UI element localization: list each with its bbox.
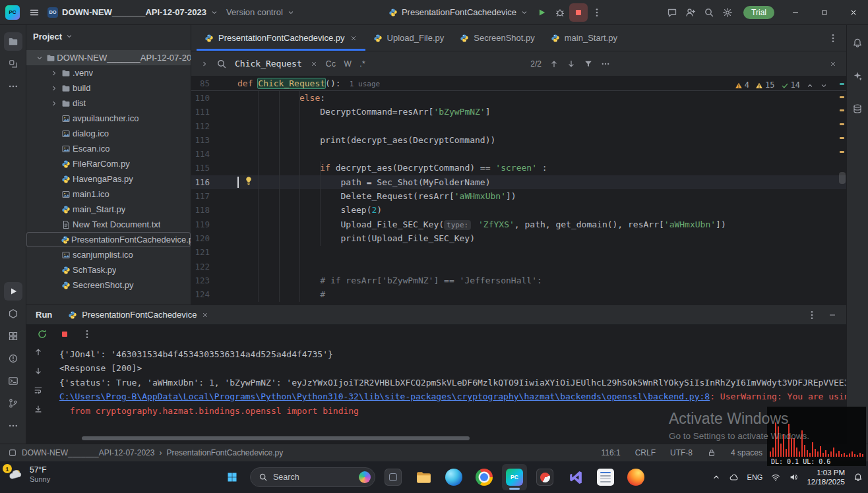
next-problem-icon[interactable] [820,82,828,90]
words-toggle[interactable]: W [344,59,352,69]
close-tab-icon[interactable] [201,311,209,319]
clear-search-icon[interactable] [310,60,318,68]
tree-item[interactable]: main1.ico [26,187,191,202]
line-number[interactable]: 112 [191,119,237,133]
clock[interactable]: 1:03 PM 12/18/2025 [807,468,845,486]
taskbar-app-media[interactable] [532,464,557,490]
notifications-icon[interactable] [853,473,863,482]
onedrive-icon[interactable] [729,473,739,482]
stop-button[interactable] [569,3,588,22]
line-number[interactable]: 122 [191,260,237,274]
share-button[interactable] [681,3,700,22]
code-with-me-button[interactable] [663,3,681,22]
editor-tab[interactable]: PresentationFontCachedevice.py [197,25,365,51]
line-number[interactable]: 110 [191,91,237,105]
close-tab-icon[interactable] [350,34,357,42]
regex-toggle[interactable]: .* [359,59,365,69]
toolwindow-db-button[interactable] [848,100,867,118]
taskbar-search[interactable]: Search [250,467,375,487]
line-number[interactable]: 117 [191,189,237,203]
start-button[interactable] [220,464,245,490]
editor-tab[interactable]: main_Start.py [543,25,625,51]
run-tab[interactable]: PresentationFontCachedevice [68,310,209,320]
toolwindow-problems-button[interactable] [4,349,22,368]
next-match-icon[interactable] [567,59,576,69]
line-number[interactable]: 118 [191,203,237,217]
tree-item[interactable]: PresentationFontCachedevice.py [26,232,191,247]
weak-warnings-count[interactable]: 4 [735,78,749,92]
inspections-widget[interactable]: 4 15 14 [735,78,828,92]
toolwindow-play-button[interactable] [4,282,22,301]
taskbar-app-pycharm[interactable]: PC [502,464,527,490]
console-arrow-down-button[interactable] [34,366,43,378]
chevron-down-icon[interactable] [34,54,45,62]
tree-item[interactable]: Escan.ico [26,141,191,156]
more-icon[interactable] [82,329,92,339]
run-config-button[interactable]: PresentationFontCachedevice [385,3,532,22]
tree-item[interactable]: dist [26,96,191,111]
chevron-right-icon[interactable] [201,60,208,68]
taskbar-app-notepad[interactable] [593,464,618,490]
toolwindow-folder-button[interactable] [4,32,22,51]
line-number[interactable]: 85 [191,76,237,90]
settings-button[interactable] [718,3,737,22]
tree-item[interactable]: build [26,80,191,96]
project-selector-button[interactable]: DO DOWN-NEW_______API-12-07-2023 [44,3,222,22]
toolwindow-terminal-button[interactable] [4,372,22,390]
debug-button[interactable] [551,3,569,22]
hide-panel-icon[interactable] [828,310,837,320]
taskbar-app-dark-app[interactable] [381,464,406,490]
chevron-right-icon[interactable] [48,100,59,107]
volume-icon[interactable] [789,473,798,482]
maximize-button[interactable] [810,0,839,25]
tree-item[interactable]: HavengaPas.py [26,171,191,187]
line-number[interactable]: 114 [191,147,237,161]
breadcrumb-file[interactable]: PresentationFontCachedevice.py [166,448,283,457]
console-output[interactable]: {'JOn4l': '463031534b4f4534303536314a4d5… [50,343,846,444]
tree-item[interactable]: avpuilauncher.ico [26,111,191,126]
lock-icon[interactable] [707,448,716,457]
line-number[interactable]: 124 [191,287,237,301]
toolwindow-bell-button[interactable] [848,34,867,52]
tree-item[interactable]: main_Start.py [26,202,191,217]
match-case-toggle[interactable]: Cc [326,59,336,69]
close-button[interactable] [839,0,868,25]
tray-overflow-icon[interactable] [712,473,721,482]
taskbar-app-firefox[interactable] [623,464,648,490]
toolwindow-hexagon-button[interactable] [4,304,22,323]
wifi-icon[interactable] [771,473,780,482]
horizontal-scrollbar[interactable] [82,436,470,440]
tabs-more-button[interactable] [828,25,846,51]
line-separator[interactable]: CRLF [635,448,656,457]
intention-bulb-icon[interactable] [243,175,254,186]
editor-tab[interactable]: Upload_File.py [365,25,452,51]
taskbar-app-edge[interactable] [441,464,466,490]
editor-tab[interactable]: SecreenShot.py [452,25,543,51]
console-scrollend-button[interactable] [34,405,43,416]
line-number[interactable]: 115 [191,161,237,175]
toolwindow-branch-button[interactable] [4,394,22,413]
file-encoding[interactable]: UTF-8 [670,448,693,457]
search-input[interactable]: Chick_Request [235,59,302,69]
tree-item[interactable]: SecreenShot.py [26,277,191,293]
line-number[interactable]: 121 [191,245,237,259]
chevron-down-icon[interactable] [65,32,73,40]
rerun-icon[interactable] [37,329,47,339]
line-number[interactable]: 116 [191,175,237,189]
language-indicator[interactable]: ENG [747,473,763,481]
main-menu-button[interactable] [25,3,44,22]
search-everywhere-button[interactable] [700,3,718,22]
vcs-button[interactable]: Version control [222,3,299,22]
previous-match-icon[interactable] [549,59,559,69]
tree-item[interactable]: New Text Document.txt [26,217,191,232]
run-button[interactable] [532,3,551,22]
editor-scrollbar[interactable] [839,172,846,184]
line-number[interactable]: 111 [191,105,237,119]
close-find-icon[interactable] [829,60,837,68]
toolwindow-structure-button[interactable] [4,55,22,73]
tree-item[interactable]: FileRarCom.py [26,156,191,171]
line-number[interactable]: 119 [191,218,237,231]
console-link[interactable]: C:\Users\Prog-B\AppData\Local\Programs\P… [59,392,710,401]
tree-item[interactable]: SchTask.py [26,262,191,277]
taskbar-app-vs[interactable] [563,464,588,490]
